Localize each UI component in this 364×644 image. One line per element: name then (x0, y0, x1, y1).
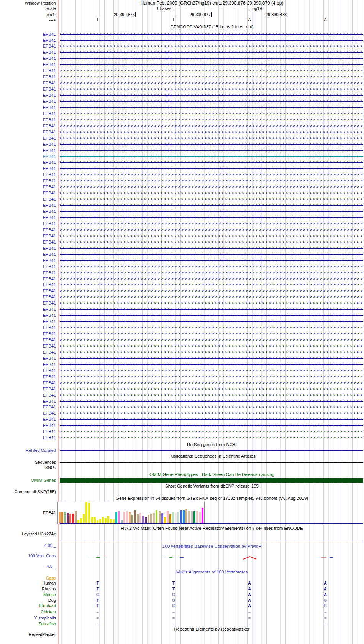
transcript-arrows[interactable]: >>>>>>>>>>>>>>>>>>>>>>>>>>>>>>>>>>>>>>>>… (60, 221, 363, 226)
gene-label[interactable]: EPB41 (0, 350, 56, 354)
gene-label[interactable]: EPB41 (0, 356, 56, 361)
strand-label[interactable]: ---> (0, 18, 56, 23)
gtex-tissue-bar[interactable] (191, 511, 193, 524)
gene-label[interactable]: EPB41 (0, 325, 56, 330)
gencode-transcript-row[interactable]: EPB41 >>>>>>>>>>>>>>>>>>>>>>>>>>>>>>>>>>… (0, 410, 364, 416)
gene-label[interactable]: EPB41 (0, 338, 56, 342)
gencode-transcript-row[interactable]: EPB41 >>>>>>>>>>>>>>>>>>>>>>>>>>>>>>>>>>… (0, 153, 364, 160)
transcript-arrows[interactable]: >>>>>>>>>>>>>>>>>>>>>>>>>>>>>>>>>>>>>>>>… (60, 349, 363, 355)
transcript-arrows[interactable]: >>>>>>>>>>>>>>>>>>>>>>>>>>>>>>>>>>>>>>>>… (60, 386, 363, 392)
gencode-transcript-row[interactable]: EPB41 >>>>>>>>>>>>>>>>>>>>>>>>>>>>>>>>>>… (0, 337, 364, 343)
transcript-arrows[interactable]: >>>>>>>>>>>>>>>>>>>>>>>>>>>>>>>>>>>>>>>>… (60, 43, 363, 49)
gene-label[interactable]: EPB41 (0, 380, 56, 385)
transcript-arrows[interactable]: >>>>>>>>>>>>>>>>>>>>>>>>>>>>>>>>>>>>>>>>… (60, 276, 363, 282)
gtex-chart[interactable] (57, 502, 205, 524)
gencode-transcript-row[interactable]: EPB41 >>>>>>>>>>>>>>>>>>>>>>>>>>>>>>>>>>… (0, 257, 364, 264)
gene-label[interactable]: EPB41 (0, 411, 56, 415)
transcript-arrows[interactable]: >>>>>>>>>>>>>>>>>>>>>>>>>>>>>>>>>>>>>>>>… (60, 92, 363, 98)
gencode-transcript-row[interactable]: EPB41 >>>>>>>>>>>>>>>>>>>>>>>>>>>>>>>>>>… (0, 392, 364, 398)
transcript-arrows[interactable]: >>>>>>>>>>>>>>>>>>>>>>>>>>>>>>>>>>>>>>>>… (60, 62, 363, 67)
gtex-tissue-bar[interactable] (131, 515, 133, 524)
gene-label[interactable]: EPB41 (0, 44, 56, 48)
gencode-transcript-row[interactable]: EPB41 >>>>>>>>>>>>>>>>>>>>>>>>>>>>>>>>>>… (0, 214, 364, 221)
gencode-transcript-row[interactable]: EPB41 >>>>>>>>>>>>>>>>>>>>>>>>>>>>>>>>>>… (0, 61, 364, 68)
gtex-tissue-bar[interactable] (196, 511, 198, 524)
h3k27ac-signal[interactable] (60, 542, 363, 542)
gene-label[interactable]: EPB41 (0, 405, 56, 409)
gene-label[interactable]: EPB41 (0, 81, 56, 85)
species-label[interactable]: X_tropicalis (0, 616, 56, 621)
gene-label[interactable]: EPB41 (0, 166, 56, 171)
gencode-transcript-row[interactable]: EPB41 >>>>>>>>>>>>>>>>>>>>>>>>>>>>>>>>>>… (0, 80, 364, 86)
transcript-arrows[interactable]: >>>>>>>>>>>>>>>>>>>>>>>>>>>>>>>>>>>>>>>>… (60, 209, 363, 214)
gtex-tissue-bar[interactable] (188, 511, 190, 524)
species-label[interactable]: Mouse (0, 592, 56, 597)
gene-label[interactable]: EPB41 (0, 307, 56, 311)
transcript-arrows[interactable]: >>>>>>>>>>>>>>>>>>>>>>>>>>>>>>>>>>>>>>>>… (60, 362, 363, 367)
transcript-arrows[interactable]: >>>>>>>>>>>>>>>>>>>>>>>>>>>>>>>>>>>>>>>>… (60, 306, 363, 312)
gtex-tissue-bar[interactable] (150, 514, 152, 524)
species-label[interactable]: Chicken (0, 609, 56, 614)
gencode-transcript-row[interactable]: EPB41 >>>>>>>>>>>>>>>>>>>>>>>>>>>>>>>>>>… (0, 264, 364, 270)
gtex-tissue-bar[interactable] (159, 511, 161, 524)
transcript-arrows[interactable]: >>>>>>>>>>>>>>>>>>>>>>>>>>>>>>>>>>>>>>>>… (60, 49, 363, 55)
gene-label[interactable]: EPB41 (0, 331, 56, 336)
gencode-transcript-row[interactable]: EPB41 >>>>>>>>>>>>>>>>>>>>>>>>>>>>>>>>>>… (0, 331, 364, 337)
gencode-transcript-row[interactable]: EPB41 >>>>>>>>>>>>>>>>>>>>>>>>>>>>>>>>>>… (0, 380, 364, 386)
gencode-transcript-row[interactable]: EPB41 >>>>>>>>>>>>>>>>>>>>>>>>>>>>>>>>>>… (0, 196, 364, 202)
phylop-track-label[interactable]: 100 Vert. Cons (0, 553, 56, 558)
gtex-tissue-bar[interactable] (156, 510, 157, 524)
gencode-transcript-row[interactable]: EPB41 >>>>>>>>>>>>>>>>>>>>>>>>>>>>>>>>>>… (0, 37, 364, 43)
transcript-arrows[interactable]: >>>>>>>>>>>>>>>>>>>>>>>>>>>>>>>>>>>>>>>>… (60, 252, 363, 257)
transcript-arrows[interactable]: >>>>>>>>>>>>>>>>>>>>>>>>>>>>>>>>>>>>>>>>… (60, 31, 363, 37)
transcript-arrows[interactable]: >>>>>>>>>>>>>>>>>>>>>>>>>>>>>>>>>>>>>>>>… (60, 417, 363, 422)
transcript-arrows[interactable]: >>>>>>>>>>>>>>>>>>>>>>>>>>>>>>>>>>>>>>>>… (60, 399, 363, 404)
gencode-transcript-row[interactable]: EPB41 >>>>>>>>>>>>>>>>>>>>>>>>>>>>>>>>>>… (0, 428, 364, 435)
gene-label[interactable]: EPB41 (0, 154, 56, 159)
h3k27ac-title[interactable]: H3K27Ac Mark (Often Found Near Active Re… (60, 526, 364, 531)
gencode-transcript-row[interactable]: EPB41 >>>>>>>>>>>>>>>>>>>>>>>>>>>>>>>>>>… (0, 227, 364, 233)
species-label[interactable]: Human (0, 581, 56, 586)
gencode-transcript-row[interactable]: EPB41 >>>>>>>>>>>>>>>>>>>>>>>>>>>>>>>>>>… (0, 233, 364, 239)
gene-label[interactable]: EPB41 (0, 393, 56, 397)
transcript-arrows[interactable]: >>>>>>>>>>>>>>>>>>>>>>>>>>>>>>>>>>>>>>>>… (60, 215, 363, 220)
omim-gene-bar[interactable] (60, 478, 363, 483)
transcript-arrows[interactable]: >>>>>>>>>>>>>>>>>>>>>>>>>>>>>>>>>>>>>>>>… (60, 135, 363, 141)
gencode-transcript-row[interactable]: EPB41 >>>>>>>>>>>>>>>>>>>>>>>>>>>>>>>>>>… (0, 190, 364, 196)
gtex-tissue-bar[interactable] (161, 513, 163, 524)
transcript-arrows[interactable]: >>>>>>>>>>>>>>>>>>>>>>>>>>>>>>>>>>>>>>>>… (60, 282, 363, 287)
transcript-arrows[interactable]: >>>>>>>>>>>>>>>>>>>>>>>>>>>>>>>>>>>>>>>>… (60, 203, 363, 208)
gencode-transcript-row[interactable]: EPB41 >>>>>>>>>>>>>>>>>>>>>>>>>>>>>>>>>>… (0, 104, 364, 110)
transcript-arrows[interactable]: >>>>>>>>>>>>>>>>>>>>>>>>>>>>>>>>>>>>>>>>… (60, 343, 363, 349)
transcript-arrows[interactable]: >>>>>>>>>>>>>>>>>>>>>>>>>>>>>>>>>>>>>>>>… (60, 172, 363, 177)
gene-label[interactable]: EPB41 (0, 277, 56, 281)
gencode-transcript-row[interactable]: EPB41 >>>>>>>>>>>>>>>>>>>>>>>>>>>>>>>>>>… (0, 141, 364, 147)
gtex-tissue-bar[interactable] (64, 512, 66, 524)
transcript-arrows[interactable]: >>>>>>>>>>>>>>>>>>>>>>>>>>>>>>>>>>>>>>>>… (60, 111, 363, 116)
gene-label[interactable]: EPB41 (0, 240, 56, 244)
species-label[interactable]: Zebrafish (0, 621, 56, 626)
transcript-arrows[interactable]: >>>>>>>>>>>>>>>>>>>>>>>>>>>>>>>>>>>>>>>>… (60, 166, 363, 171)
gene-label[interactable]: EPB41 (0, 50, 56, 54)
gtex-tissue-bar[interactable] (75, 511, 77, 524)
refseq-curated-item[interactable] (60, 450, 363, 451)
transcript-arrows[interactable]: >>>>>>>>>>>>>>>>>>>>>>>>>>>>>>>>>>>>>>>>… (60, 325, 363, 330)
transcript-arrows[interactable]: >>>>>>>>>>>>>>>>>>>>>>>>>>>>>>>>>>>>>>>>… (60, 148, 363, 153)
transcript-arrows[interactable]: >>>>>>>>>>>>>>>>>>>>>>>>>>>>>>>>>>>>>>>>… (60, 270, 363, 275)
transcript-arrows[interactable]: >>>>>>>>>>>>>>>>>>>>>>>>>>>>>>>>>>>>>>>>… (60, 288, 363, 293)
gtex-gene-label[interactable]: EPB41 (0, 511, 56, 516)
gencode-transcript-row[interactable]: EPB41 >>>>>>>>>>>>>>>>>>>>>>>>>>>>>>>>>>… (0, 86, 364, 92)
gtex-tissue-bar[interactable] (148, 515, 149, 524)
gtex-tissue-bar[interactable] (193, 511, 195, 524)
gencode-transcript-row[interactable]: EPB41 >>>>>>>>>>>>>>>>>>>>>>>>>>>>>>>>>>… (0, 165, 364, 171)
gene-label[interactable]: EPB41 (0, 56, 56, 61)
gtex-tissue-bar[interactable] (88, 503, 90, 524)
gtex-tissue-bar[interactable] (123, 512, 125, 524)
transcript-arrows[interactable]: >>>>>>>>>>>>>>>>>>>>>>>>>>>>>>>>>>>>>>>>… (60, 178, 363, 183)
gene-label[interactable]: EPB41 (0, 32, 56, 36)
gene-label[interactable]: EPB41 (0, 374, 56, 379)
gencode-transcript-row[interactable]: EPB41 >>>>>>>>>>>>>>>>>>>>>>>>>>>>>>>>>>… (0, 404, 364, 410)
gtex-tissue-bar[interactable] (169, 514, 171, 524)
gene-label[interactable]: EPB41 (0, 62, 56, 67)
publications-title[interactable]: Publications: Sequences in Scientific Ar… (60, 454, 364, 459)
